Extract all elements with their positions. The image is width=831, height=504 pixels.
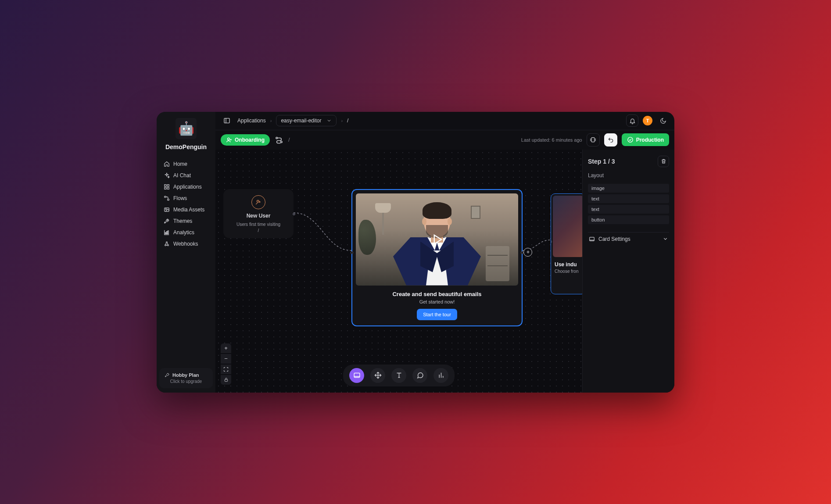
- comment-icon: [416, 372, 424, 379]
- lock-view-button[interactable]: [221, 375, 231, 385]
- svg-point-21: [257, 200, 259, 202]
- svg-point-12: [165, 244, 166, 246]
- card-settings-toggle[interactable]: Card Settings: [588, 232, 669, 246]
- delete-step-button[interactable]: [658, 156, 669, 167]
- tool-comment-button[interactable]: [412, 368, 427, 383]
- tool-analytics-button[interactable]: [433, 368, 448, 383]
- sparkle-icon: [164, 172, 170, 179]
- onboarding-label: Onboarding: [235, 137, 265, 143]
- output-port[interactable]: [293, 213, 295, 215]
- user-avatar[interactable]: T: [643, 116, 652, 125]
- tool-move-button[interactable]: [370, 368, 385, 383]
- play-icon[interactable]: [430, 233, 444, 246]
- publish-button[interactable]: Production: [622, 133, 669, 146]
- card-media: [553, 196, 582, 257]
- publish-label: Production: [636, 137, 664, 143]
- zoom-in-button[interactable]: +: [221, 343, 231, 353]
- panels-icon: [590, 136, 596, 143]
- add-step-button[interactable]: [523, 248, 532, 257]
- notifications-button[interactable]: [626, 114, 638, 127]
- node-start-desc: Users first time visiting /: [236, 222, 280, 234]
- workspace: New User Users first time visiting /: [215, 150, 674, 393]
- card-media: [356, 193, 518, 286]
- card-cta-button[interactable]: Start the tour: [417, 309, 457, 320]
- node-step-next[interactable]: Use indu Choose fron: [551, 193, 582, 294]
- onboarding-pill[interactable]: Onboarding: [221, 134, 270, 146]
- plan-upgrade-card[interactable]: Hobby Plan Click to upgrade: [159, 368, 213, 388]
- check-circle-icon: [627, 136, 634, 143]
- tool-card-button[interactable]: [349, 368, 364, 383]
- analytics-icon: [164, 229, 170, 236]
- svg-rect-11: [168, 230, 168, 234]
- panel-left-icon: [223, 117, 230, 124]
- node-step-card[interactable]: Create and send beautiful emails Get sta…: [351, 189, 523, 326]
- layout-item-button[interactable]: button: [588, 215, 669, 224]
- sidebar-item-label: AI Chat: [173, 172, 191, 179]
- flow-subbar: Onboarding / Last updated: 6 minutes ago…: [215, 130, 674, 150]
- preview-button[interactable]: [587, 133, 600, 147]
- sidebar-item-label: Analytics: [173, 229, 194, 236]
- sidebar-item-label: Webhooks: [173, 241, 198, 247]
- sidebar-item-themes[interactable]: Themes: [159, 215, 213, 227]
- svg-rect-15: [224, 118, 229, 123]
- plan-subtitle: Click to upgrade: [165, 379, 208, 384]
- svg-point-14: [166, 242, 168, 243]
- rocket-icon: [164, 218, 170, 224]
- flow-canvas[interactable]: New User Users first time visiting /: [215, 150, 582, 393]
- sidebar-item-label: Media Assets: [173, 207, 204, 213]
- bell-icon: [629, 118, 636, 124]
- tool-dock: [343, 365, 455, 386]
- input-port[interactable]: [551, 240, 552, 243]
- svg-point-8: [167, 220, 168, 221]
- tool-text-button[interactable]: [391, 368, 406, 383]
- sidebar-item-label: Applications: [173, 184, 202, 190]
- step-indicator: Step 1 / 3: [588, 158, 615, 165]
- sidebar-item-home[interactable]: Home: [159, 158, 213, 170]
- layout-item-text[interactable]: text: [588, 194, 669, 203]
- svg-point-20: [628, 137, 633, 142]
- sidebar: 🤖 DemoPenguin Home AI Chat Applications …: [157, 112, 215, 393]
- last-updated-label: Last updated: 6 minutes ago: [521, 137, 582, 143]
- toggle-sidebar-button[interactable]: [221, 114, 233, 127]
- zoom-controls: + −: [221, 343, 231, 385]
- svg-rect-0: [165, 184, 166, 186]
- sidebar-item-webhooks[interactable]: Webhooks: [159, 238, 213, 250]
- plus-icon: [526, 250, 530, 254]
- chevron-down-icon: [663, 236, 668, 242]
- svg-point-7: [165, 208, 166, 209]
- brand-name: DemoPenguin: [165, 143, 207, 150]
- move-icon: [374, 372, 382, 379]
- path-label: /: [288, 136, 290, 143]
- trash-icon: [661, 158, 666, 164]
- svg-point-13: [167, 244, 168, 246]
- plan-title: Hobby Plan: [172, 372, 199, 378]
- route-icon: [274, 135, 284, 145]
- svg-point-18: [280, 141, 282, 143]
- layout-item-text[interactable]: text: [588, 205, 669, 214]
- node-start[interactable]: New User Users first time visiting /: [223, 189, 294, 238]
- sidebar-item-ai-chat[interactable]: AI Chat: [159, 170, 213, 181]
- sidebar-item-media-assets[interactable]: Media Assets: [159, 204, 213, 215]
- chevron-down-icon: [326, 118, 332, 123]
- svg-point-17: [276, 137, 278, 139]
- breadcrumb-root[interactable]: Applications: [237, 118, 266, 124]
- svg-rect-19: [592, 138, 595, 142]
- svg-rect-1: [167, 184, 169, 186]
- maximize-icon: [223, 367, 229, 372]
- input-port[interactable]: [351, 251, 353, 254]
- fit-view-button[interactable]: [221, 365, 231, 374]
- theme-toggle-button[interactable]: [657, 114, 669, 127]
- topbar: Applications › easy-email-editor › / T: [215, 112, 674, 130]
- svg-rect-3: [167, 187, 169, 189]
- project-selector[interactable]: easy-email-editor: [276, 115, 337, 126]
- layout-item-image[interactable]: image: [588, 184, 669, 193]
- undo-button[interactable]: [604, 133, 617, 147]
- zoom-out-button[interactable]: −: [221, 354, 231, 364]
- sidebar-item-analytics[interactable]: Analytics: [159, 227, 213, 238]
- bars-icon: [437, 372, 445, 379]
- webhook-icon: [164, 241, 170, 247]
- sidebar-item-flows[interactable]: Flows: [159, 193, 213, 204]
- card-settings-label: Card Settings: [598, 236, 630, 242]
- card-title: Use indu: [553, 261, 577, 268]
- sidebar-item-applications[interactable]: Applications: [159, 181, 213, 193]
